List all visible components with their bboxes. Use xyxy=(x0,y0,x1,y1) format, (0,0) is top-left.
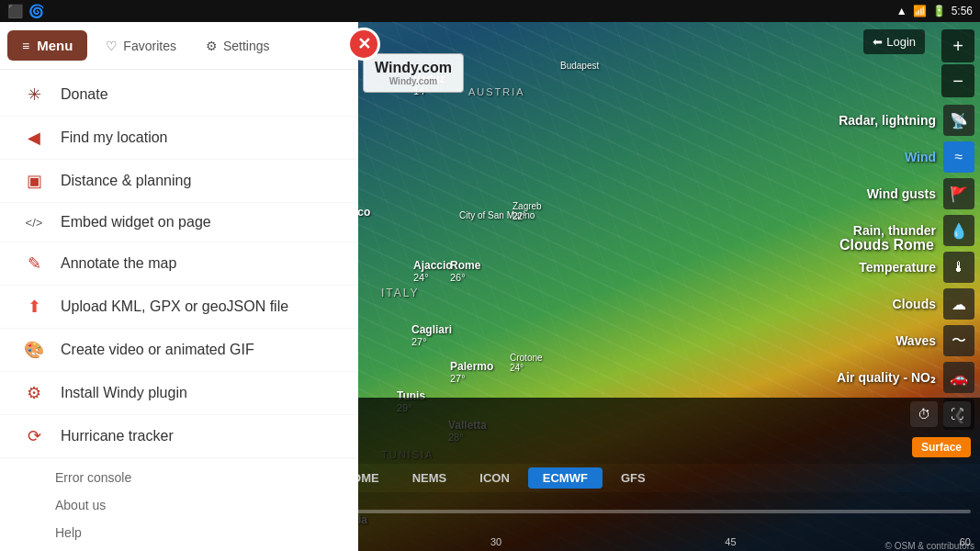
city-label-crotone: Crotone24° xyxy=(510,353,543,373)
layer-row-wind[interactable]: Wind ≈ xyxy=(837,141,974,173)
city-label-cagliari: Cagliari27° xyxy=(411,323,452,347)
layer-name-wind-gusts: Wind gusts xyxy=(867,186,936,201)
sub-item-about-us[interactable]: About us xyxy=(55,491,358,519)
sidebar-item-plugin[interactable]: ⚙ Install Windy plugin xyxy=(0,372,358,415)
login-label: Login xyxy=(886,35,916,49)
sidebar: ≡ Menu ♡ Favorites ⚙ Settings ✳ Donate ◀… xyxy=(0,22,358,551)
surface-button[interactable]: Surface xyxy=(912,437,971,457)
clock-btn[interactable]: ⏱ xyxy=(910,401,938,427)
menu-button[interactable]: ≡ Menu xyxy=(7,30,87,61)
sidebar-item-video[interactable]: 🎨 Create video or animated GIF xyxy=(0,329,358,372)
layer-btn-waves[interactable]: 〜 xyxy=(943,325,974,356)
layer-name-clouds: Clouds xyxy=(893,297,936,311)
layer-btn-temperature[interactable]: 🌡 xyxy=(943,252,974,283)
sidebar-item-label: Hurricane tracker xyxy=(61,428,174,444)
zoom-controls: + − xyxy=(941,29,974,97)
model-tab-gfs[interactable]: GFS xyxy=(606,467,660,489)
login-button[interactable]: ⬅ Login xyxy=(863,29,925,54)
distance-icon: ▣ xyxy=(22,171,46,191)
layer-btn-air-quality[interactable]: 🚗 xyxy=(943,362,974,393)
plugin-icon: ⚙ xyxy=(22,383,46,403)
sidebar-item-label: Upload KML, GPX or geoJSON file xyxy=(61,298,288,315)
sidebar-item-embed[interactable]: </> Embed widget on page xyxy=(0,203,358,242)
hurricane-icon: ⟳ xyxy=(22,426,46,446)
windy-logo-text: Windy.com xyxy=(375,60,452,76)
layer-name-radar: Radar, lightning xyxy=(839,113,936,128)
zoom-in-button[interactable]: + xyxy=(941,29,974,62)
embed-icon: </> xyxy=(22,216,46,230)
location-icon: ◀ xyxy=(22,128,46,148)
app-icon: ⬛ xyxy=(7,4,23,18)
sidebar-item-label: Find my location xyxy=(61,129,168,146)
upload-icon: ⬆ xyxy=(22,297,46,317)
layer-row-wind-gusts[interactable]: Wind gusts 🚩 xyxy=(837,178,974,209)
sidebar-item-label: Annotate the map xyxy=(61,255,176,272)
favorites-button[interactable]: ♡ Favorites xyxy=(95,31,187,61)
layer-name-air-quality: Air quality - NO₂ xyxy=(837,370,936,385)
battery-icon: 🔋 xyxy=(932,5,946,17)
sub-item-error-console[interactable]: Error console xyxy=(55,464,358,491)
layer-btn-wind[interactable]: ≈ xyxy=(943,141,974,173)
menu-label: Menu xyxy=(37,38,73,53)
city-label-budapest: Budapest xyxy=(560,61,599,71)
windy-url: Windy.com xyxy=(389,76,438,86)
layer-row-waves[interactable]: Waves 〜 xyxy=(837,325,974,356)
city-label-palermo: Palermo27° xyxy=(450,360,493,384)
time-display: 5:56 xyxy=(952,5,973,17)
sidebar-item-label: Embed widget on page xyxy=(61,214,211,231)
sidebar-item-annotate[interactable]: ✎ Annotate the map xyxy=(0,242,358,286)
settings-button[interactable]: ⚙ Settings xyxy=(195,31,281,61)
gear-icon: ⚙ xyxy=(206,39,218,53)
sidebar-item-hurricane[interactable]: ⟳ Hurricane tracker xyxy=(0,415,358,458)
layer-name-temperature: Temperature xyxy=(859,260,936,275)
layer-name-waves: Waves xyxy=(896,333,936,348)
login-icon: ⬅ xyxy=(873,35,883,49)
layer-row-rain[interactable]: Rain, thunder 💧 xyxy=(837,215,974,246)
tools-right: Surface xyxy=(912,437,971,457)
attribution: © OSM & contributors xyxy=(885,541,974,551)
layer-btn-wind-gusts[interactable]: 🚩 xyxy=(943,178,974,209)
layer-row-clouds[interactable]: Clouds ☁ xyxy=(837,288,974,320)
favorites-label: Favorites xyxy=(123,39,176,53)
sub-item-help[interactable]: Help xyxy=(55,519,358,546)
layer-name-rain: Rain, thunder xyxy=(853,223,936,238)
close-button[interactable]: ✕ xyxy=(347,28,380,61)
sidebar-item-label: Install Windy plugin xyxy=(61,385,187,401)
scale-val-2: 30 xyxy=(490,536,501,547)
sidebar-item-label: Distance & planning xyxy=(61,173,191,189)
layer-row-radar[interactable]: Radar, lightning 📡 xyxy=(837,105,974,136)
layer-btn-clouds[interactable]: ☁ xyxy=(943,288,974,320)
layers-panel: Radar, lightning 📡 Wind ≈ Wind gusts 🚩 R… xyxy=(837,105,974,430)
country-label-italy: ITALY xyxy=(381,287,420,299)
status-left: ⬛ 🌀 xyxy=(7,4,44,18)
model-tab-nems[interactable]: NEMS xyxy=(398,467,462,489)
city-label-rome: Rome26° xyxy=(450,259,480,283)
sidebar-item-find-location[interactable]: ◀ Find my location xyxy=(0,117,358,160)
sidebar-item-label: Donate xyxy=(61,86,108,103)
app-icon-2: 🌀 xyxy=(28,4,44,18)
sub-items: Error console About us Help API Feedback xyxy=(0,458,358,551)
fullscreen-btn[interactable]: ⛶ xyxy=(943,401,971,427)
layer-row-air-quality[interactable]: Air quality - NO₂ 🚗 xyxy=(837,362,974,393)
sidebar-header: ≡ Menu ♡ Favorites ⚙ Settings xyxy=(0,22,358,70)
heart-icon: ♡ xyxy=(106,39,118,53)
sidebar-content: ✳ Donate ◀ Find my location ▣ Distance &… xyxy=(0,70,358,551)
layer-name-wind: Wind xyxy=(905,150,936,164)
model-tab-icon[interactable]: ICON xyxy=(465,467,524,489)
close-icon: ✕ xyxy=(357,34,371,54)
layer-btn-rain[interactable]: 💧 xyxy=(943,215,974,246)
scale-val-3: 45 xyxy=(725,536,736,547)
model-tab-ecmwf[interactable]: ECMWF xyxy=(528,467,603,489)
sidebar-item-distance[interactable]: ▣ Distance & planning xyxy=(0,160,358,203)
right-controls: ⏱ ⛶ xyxy=(910,401,971,427)
wifi-icon: ▲ xyxy=(896,5,907,17)
layer-btn-radar[interactable]: 📡 xyxy=(943,105,974,136)
sidebar-item-donate[interactable]: ✳ Donate xyxy=(0,73,358,117)
status-right: ▲ 📶 🔋 5:56 xyxy=(896,5,973,17)
sidebar-item-upload[interactable]: ⬆ Upload KML, GPX or geoJSON file xyxy=(0,286,358,329)
zoom-out-button[interactable]: − xyxy=(941,64,974,97)
settings-label: Settings xyxy=(223,39,270,53)
hamburger-icon: ≡ xyxy=(22,39,29,53)
layer-row-temperature[interactable]: Temperature 🌡 xyxy=(837,252,974,283)
sub-item-api[interactable]: API xyxy=(55,546,358,551)
